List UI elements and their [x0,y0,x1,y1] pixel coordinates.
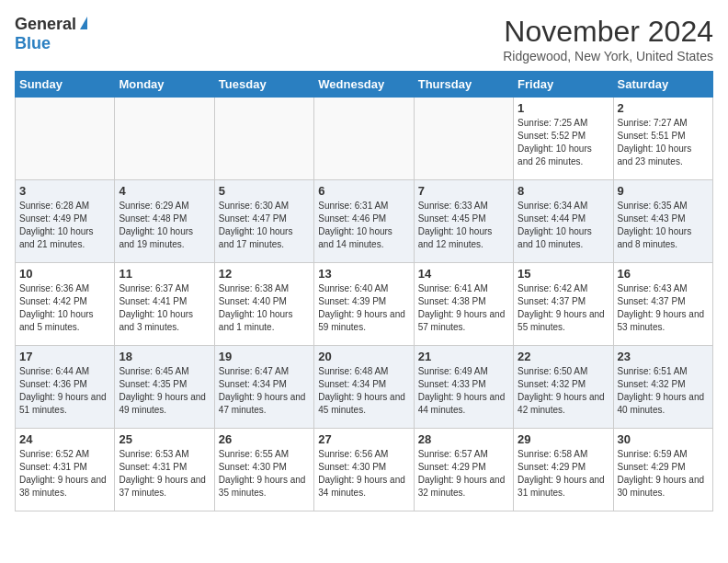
day-number: 9 [618,184,709,198]
calendar-day-cell: 2Sunrise: 7:27 AM Sunset: 5:51 PM Daylig… [613,98,712,180]
day-number: 6 [318,184,409,198]
day-number: 15 [518,267,609,281]
calendar-week-row: 24Sunrise: 6:52 AM Sunset: 4:31 PM Dayli… [16,429,713,511]
calendar-day-cell: 4Sunrise: 6:29 AM Sunset: 4:48 PM Daylig… [115,180,214,263]
calendar-day-cell: 3Sunrise: 6:28 AM Sunset: 4:49 PM Daylig… [16,180,115,263]
day-info: Sunrise: 6:49 AM Sunset: 4:33 PM Dayligh… [418,365,509,417]
day-number: 26 [219,432,310,446]
day-number: 21 [418,350,509,363]
day-number: 2 [618,101,709,115]
calendar-day-cell: 18Sunrise: 6:45 AM Sunset: 4:35 PM Dayli… [115,346,214,429]
logo-blue-text: Blue [15,34,51,53]
calendar-week-row: 1Sunrise: 7:25 AM Sunset: 5:52 PM Daylig… [16,98,713,180]
day-number: 18 [119,350,210,363]
calendar-day-cell: 16Sunrise: 6:43 AM Sunset: 4:37 PM Dayli… [613,263,712,346]
calendar-week-row: 17Sunrise: 6:44 AM Sunset: 4:36 PM Dayli… [16,346,713,429]
day-number: 25 [119,432,210,446]
calendar-day-cell: 22Sunrise: 6:50 AM Sunset: 4:32 PM Dayli… [514,346,613,429]
day-info: Sunrise: 6:42 AM Sunset: 4:37 PM Dayligh… [518,282,609,334]
day-info: Sunrise: 6:56 AM Sunset: 4:30 PM Dayligh… [318,448,409,500]
day-number: 27 [318,432,409,446]
day-header-monday: Monday [115,72,214,98]
calendar-week-row: 10Sunrise: 6:36 AM Sunset: 4:42 PM Dayli… [16,263,713,346]
day-header-saturday: Saturday [613,72,712,98]
day-info: Sunrise: 6:34 AM Sunset: 4:44 PM Dayligh… [518,200,609,251]
day-header-tuesday: Tuesday [214,72,313,98]
day-number: 1 [518,101,609,115]
day-info: Sunrise: 6:28 AM Sunset: 4:49 PM Dayligh… [19,200,110,251]
calendar-day-cell: 28Sunrise: 6:57 AM Sunset: 4:29 PM Dayli… [414,429,513,511]
day-number: 20 [318,350,409,363]
day-number: 4 [119,184,210,198]
day-info: Sunrise: 6:55 AM Sunset: 4:30 PM Dayligh… [219,448,310,500]
calendar-day-cell: 30Sunrise: 6:59 AM Sunset: 4:29 PM Dayli… [613,429,712,511]
day-number: 30 [618,432,709,446]
day-number: 12 [219,267,310,281]
day-info: Sunrise: 6:48 AM Sunset: 4:34 PM Dayligh… [318,365,409,417]
calendar-day-cell: 17Sunrise: 6:44 AM Sunset: 4:36 PM Dayli… [16,346,115,429]
day-info: Sunrise: 6:59 AM Sunset: 4:29 PM Dayligh… [618,448,709,500]
day-info: Sunrise: 6:40 AM Sunset: 4:39 PM Dayligh… [318,282,409,334]
day-info: Sunrise: 6:51 AM Sunset: 4:32 PM Dayligh… [618,365,709,417]
day-number: 5 [219,184,310,198]
day-number: 11 [119,267,210,281]
day-number: 8 [518,184,609,198]
calendar-day-cell: 15Sunrise: 6:42 AM Sunset: 4:37 PM Dayli… [514,263,613,346]
title-section: November 2024 Ridgewood, New York, Unite… [503,15,713,63]
day-info: Sunrise: 6:50 AM Sunset: 4:32 PM Dayligh… [518,365,609,417]
calendar-day-cell: 14Sunrise: 6:41 AM Sunset: 4:38 PM Dayli… [414,263,513,346]
calendar-day-cell: 24Sunrise: 6:52 AM Sunset: 4:31 PM Dayli… [16,429,115,511]
day-info: Sunrise: 6:38 AM Sunset: 4:40 PM Dayligh… [219,282,310,334]
month-title: November 2024 [503,15,713,49]
day-info: Sunrise: 6:53 AM Sunset: 4:31 PM Dayligh… [119,448,210,500]
calendar-day-cell: 9Sunrise: 6:35 AM Sunset: 4:43 PM Daylig… [613,180,712,263]
logo: General Blue [15,15,87,53]
day-info: Sunrise: 6:43 AM Sunset: 4:37 PM Dayligh… [618,282,709,334]
day-info: Sunrise: 6:58 AM Sunset: 4:29 PM Dayligh… [518,448,609,500]
calendar-day-cell: 10Sunrise: 6:36 AM Sunset: 4:42 PM Dayli… [16,263,115,346]
day-info: Sunrise: 6:45 AM Sunset: 4:35 PM Dayligh… [119,365,210,417]
day-header-thursday: Thursday [414,72,513,98]
calendar-table: SundayMondayTuesdayWednesdayThursdayFrid… [15,71,713,511]
day-info: Sunrise: 6:35 AM Sunset: 4:43 PM Dayligh… [618,200,709,251]
day-info: Sunrise: 6:31 AM Sunset: 4:46 PM Dayligh… [318,200,409,251]
calendar-day-cell [214,98,313,180]
calendar-day-cell: 8Sunrise: 6:34 AM Sunset: 4:44 PM Daylig… [514,180,613,263]
day-number: 19 [219,350,310,363]
day-info: Sunrise: 6:36 AM Sunset: 4:42 PM Dayligh… [19,282,110,334]
calendar-day-cell: 23Sunrise: 6:51 AM Sunset: 4:32 PM Dayli… [613,346,712,429]
logo-general-text: General [15,15,76,34]
calendar-day-cell: 12Sunrise: 6:38 AM Sunset: 4:40 PM Dayli… [214,263,313,346]
day-header-sunday: Sunday [16,72,115,98]
calendar-day-cell: 5Sunrise: 6:30 AM Sunset: 4:47 PM Daylig… [214,180,313,263]
day-info: Sunrise: 6:44 AM Sunset: 4:36 PM Dayligh… [19,365,110,417]
day-info: Sunrise: 6:47 AM Sunset: 4:34 PM Dayligh… [219,365,310,417]
day-number: 7 [418,184,509,198]
page-header: General Blue November 2024 Ridgewood, Ne… [15,15,713,63]
day-number: 29 [518,432,609,446]
calendar-day-cell: 13Sunrise: 6:40 AM Sunset: 4:39 PM Dayli… [314,263,414,346]
logo-triangle-icon [80,17,87,29]
calendar-day-cell: 7Sunrise: 6:33 AM Sunset: 4:45 PM Daylig… [414,180,513,263]
day-number: 28 [418,432,509,446]
location-text: Ridgewood, New York, United States [503,49,713,63]
day-info: Sunrise: 6:57 AM Sunset: 4:29 PM Dayligh… [418,448,509,500]
day-number: 16 [618,267,709,281]
day-info: Sunrise: 6:33 AM Sunset: 4:45 PM Dayligh… [418,200,509,251]
day-number: 14 [418,267,509,281]
calendar-day-cell: 26Sunrise: 6:55 AM Sunset: 4:30 PM Dayli… [214,429,313,511]
calendar-day-cell: 1Sunrise: 7:25 AM Sunset: 5:52 PM Daylig… [514,98,613,180]
day-info: Sunrise: 6:52 AM Sunset: 4:31 PM Dayligh… [19,448,110,500]
calendar-day-cell: 25Sunrise: 6:53 AM Sunset: 4:31 PM Dayli… [115,429,214,511]
calendar-day-cell: 6Sunrise: 6:31 AM Sunset: 4:46 PM Daylig… [314,180,414,263]
day-info: Sunrise: 7:25 AM Sunset: 5:52 PM Dayligh… [518,117,609,168]
day-number: 22 [518,350,609,363]
calendar-day-cell [414,98,513,180]
calendar-day-cell: 11Sunrise: 6:37 AM Sunset: 4:41 PM Dayli… [115,263,214,346]
calendar-day-cell: 27Sunrise: 6:56 AM Sunset: 4:30 PM Dayli… [314,429,414,511]
calendar-day-cell [115,98,214,180]
calendar-day-cell [314,98,414,180]
calendar-day-cell: 21Sunrise: 6:49 AM Sunset: 4:33 PM Dayli… [414,346,513,429]
day-number: 10 [19,267,110,281]
day-number: 23 [618,350,709,363]
